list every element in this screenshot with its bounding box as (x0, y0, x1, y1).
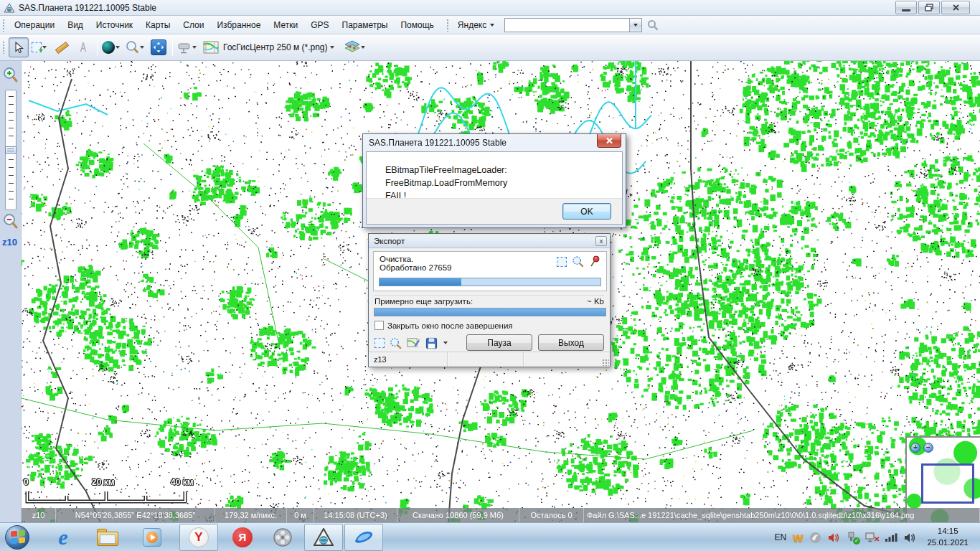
export-remaining-row: Примерно еще загрузить: ~ Kb (374, 295, 604, 306)
network-disconnected-icon[interactable]: ✕ (865, 532, 878, 543)
resize-grip[interactable] (602, 359, 609, 366)
search-icon[interactable] (646, 19, 659, 32)
menu-bar: Операции Вид Источник Карты Слои Избранн… (0, 16, 980, 34)
menu-view[interactable]: Вид (61, 17, 90, 33)
fullscreen-button[interactable] (149, 37, 169, 57)
fullscreen-icon (151, 39, 166, 55)
pan-tool-button[interactable] (9, 37, 29, 57)
download-manager-button[interactable] (176, 37, 199, 57)
search-combo-drop-button[interactable] (629, 19, 641, 32)
minimize-button[interactable] (895, 1, 917, 14)
toolbar-separator (172, 39, 173, 56)
menubar-grip (2, 19, 6, 32)
map-edit-icon[interactable] (407, 336, 420, 349)
search-provider-dropdown[interactable]: Яндекс (452, 17, 500, 33)
magnifier-icon[interactable] (390, 337, 402, 349)
selection-rect-icon[interactable] (374, 338, 385, 348)
save-icon[interactable] (425, 337, 438, 349)
swirl-tray-icon[interactable] (809, 532, 821, 544)
export-dialog-titlebar[interactable]: Экспорт x (369, 234, 610, 248)
taskbar-explorer-button[interactable] (93, 523, 122, 551)
searchbar-grip (446, 19, 450, 32)
zoom-slider[interactable] (5, 90, 17, 210)
usb-safely-remove-icon[interactable]: ✓ (847, 532, 859, 543)
export-remaining-value: ~ Kb (587, 297, 604, 306)
toolbar-grip (2, 41, 6, 54)
webmap-tool-button[interactable] (101, 37, 123, 57)
scale-label-mid: 20 км (92, 477, 115, 487)
menu-marks[interactable]: Метки (267, 17, 304, 33)
close-icon: x (600, 237, 603, 245)
search-input[interactable] (505, 19, 629, 32)
taskbar-media-button[interactable] (268, 523, 297, 551)
taskbar-ie-button[interactable]: e (49, 523, 77, 551)
layers-button[interactable] (344, 37, 368, 57)
restore-icon (925, 4, 933, 11)
chevron-down-icon (490, 24, 494, 27)
close-after-finish-checkbox[interactable] (374, 321, 384, 330)
taskbar-blue-app-button[interactable] (344, 524, 383, 551)
taskbar-yandex-browser-button[interactable]: Y (179, 524, 218, 551)
menu-settings[interactable]: Параметры (336, 17, 395, 33)
error-dialog-titlebar[interactable]: SAS.Планета 191221.10095 Stable (363, 134, 626, 151)
zoom-in-icon[interactable] (3, 67, 19, 84)
red-speaker-icon[interactable] (828, 532, 840, 543)
error-message-line1: EBitmapTileFreeImageLoader: FreeBitmap.L… (385, 164, 615, 189)
zoom-slider-handle[interactable] (5, 146, 17, 154)
windows-taskbar: e Y Я (0, 522, 980, 551)
search-combobox (504, 18, 642, 32)
pushpin-icon[interactable] (589, 255, 600, 268)
export-close-button[interactable]: x (595, 236, 607, 246)
taskbar-yandex-button[interactable]: Я (228, 523, 257, 551)
zoom-tool-button[interactable] (124, 37, 147, 57)
status-downloaded: Скачано 10860 (59,9 Мб) (397, 508, 519, 522)
chevron-down-icon (633, 24, 638, 27)
chevron-down-icon (116, 46, 120, 49)
minimap-zoom-out-button[interactable]: − (923, 443, 933, 453)
volume-icon[interactable] (904, 532, 916, 543)
zoom-out-icon[interactable] (3, 213, 19, 230)
check-icon: ✓ (853, 537, 860, 545)
menu-gps[interactable]: GPS (304, 17, 335, 33)
ok-button[interactable]: OK (562, 203, 611, 220)
start-button[interactable] (3, 523, 32, 551)
taskbar-clock[interactable]: 14:15 25.01.2021 (923, 526, 973, 548)
status-remaining: Осталось 0 (519, 508, 584, 522)
close-icon (952, 4, 960, 11)
map-source-icon-button[interactable] (201, 37, 221, 57)
exit-button[interactable]: Выход (538, 334, 604, 351)
menu-source[interactable]: Источник (90, 17, 139, 33)
selection-tool-button[interactable]: + (30, 37, 50, 57)
scale-label-end: 40 км (171, 477, 194, 487)
chevron-down-icon (361, 46, 365, 49)
zoom-level-label: z10 (2, 237, 17, 248)
taskbar-sasplanet-button[interactable] (304, 524, 343, 551)
ruler-tool-button[interactable] (52, 37, 72, 57)
scale-label-start: 0 (24, 477, 29, 487)
restore-button[interactable] (918, 1, 940, 14)
status-file-path: Файл G:\SAS...е 191221\cache_sqlite\gens… (584, 508, 980, 522)
menu-maps[interactable]: Карты (139, 17, 176, 33)
export-progress-group: Очистка. Обработано 27659 (373, 251, 607, 291)
close-button[interactable] (941, 1, 970, 14)
taskbar-wmp-button[interactable] (138, 523, 166, 551)
magnifier-icon[interactable] (572, 255, 584, 268)
export-toolbar: Пауза Выход (374, 334, 604, 352)
sasplanet-icon (314, 528, 334, 547)
export-dialog: Экспорт x Очистка. Обработано 27659 (368, 233, 611, 367)
pause-button[interactable]: Пауза (466, 334, 532, 351)
language-indicator[interactable]: EN (775, 532, 787, 542)
signal-bars-icon[interactable] (885, 532, 897, 542)
selection-rect-icon[interactable] (557, 257, 567, 267)
globe-icon (102, 41, 115, 54)
menu-favorites[interactable]: Избранное (210, 17, 267, 33)
minimap-zoom-in-button[interactable]: + (910, 443, 920, 453)
menu-help[interactable]: Помощь (394, 17, 440, 33)
error-close-button[interactable] (597, 134, 621, 148)
minimap-viewport-rect[interactable] (921, 463, 974, 504)
punto-switcher-icon[interactable]: W (793, 532, 803, 544)
divider-tool-button[interactable] (73, 37, 93, 57)
menu-operations[interactable]: Операции (8, 17, 61, 33)
map-source-label[interactable]: ГосГисЦентр 250 м (*.png) (222, 42, 329, 52)
menu-layers[interactable]: Слои (176, 17, 210, 33)
